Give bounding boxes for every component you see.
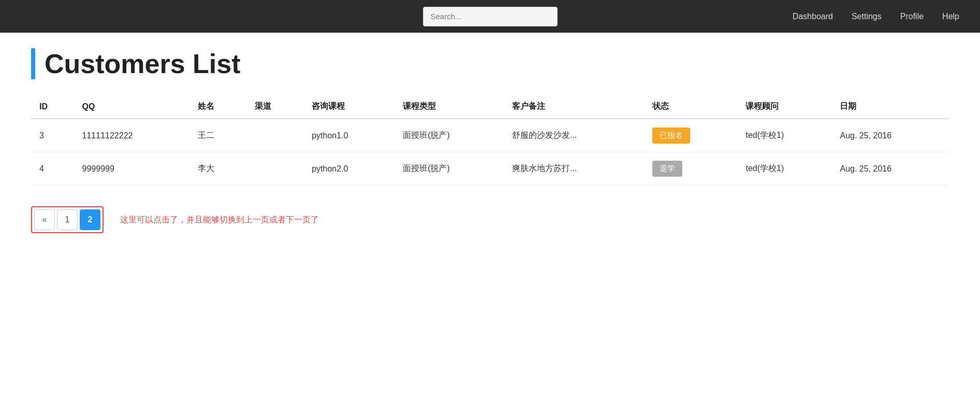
header-row: ID QQ 姓名 渠道 咨询课程 课程类型 客户备注 状态 课程顾问 日期 [31, 95, 949, 119]
cell-note: 爽肤水地方苏打... [504, 152, 644, 186]
cell-note: 舒服的沙发沙发... [504, 119, 644, 152]
cell-status: 已报名 [644, 119, 738, 152]
cell-id: 3 [31, 119, 74, 152]
cell-qq: 11111122222 [74, 119, 189, 152]
col-note: 客户备注 [504, 95, 644, 119]
search-input[interactable] [423, 7, 558, 26]
col-qq: QQ [74, 95, 189, 119]
page-title: Customers List [45, 48, 241, 79]
prev-page-button[interactable]: « [34, 209, 55, 230]
table-header: ID QQ 姓名 渠道 咨询课程 课程类型 客户备注 状态 课程顾问 日期 [31, 95, 949, 119]
col-course: 咨询课程 [303, 95, 394, 119]
title-accent [31, 48, 35, 79]
table-row: 311111122222王二python1.0面授班(脱产)舒服的沙发沙发...… [31, 119, 949, 152]
cell-channel [246, 152, 303, 186]
status-badge: 已报名 [652, 127, 690, 144]
cell-course-type: 面授班(脱产) [394, 152, 504, 186]
pagination-wrapper: « 1 2 这里可以点击了，并且能够切换到上一页或者下一页了 [31, 206, 949, 233]
cell-qq: 9999999 [74, 152, 189, 186]
col-name: 姓名 [189, 95, 246, 119]
col-status: 状态 [644, 95, 738, 119]
cell-course: python2.0 [303, 152, 394, 186]
cell-name: 李大 [189, 152, 246, 186]
nav-dashboard[interactable]: Dashboard [793, 12, 833, 21]
pagination-note: 这里可以点击了，并且能够切换到上一页或者下一页了 [120, 215, 319, 225]
cell-name: 王二 [189, 119, 246, 152]
nav-profile[interactable]: Profile [900, 12, 924, 21]
customers-table: ID QQ 姓名 渠道 咨询课程 课程类型 客户备注 状态 课程顾问 日期 31… [31, 95, 949, 186]
nav-help[interactable]: Help [942, 12, 959, 21]
page-1-button[interactable]: 1 [57, 209, 78, 230]
cell-date: Aug. 25, 2016 [831, 152, 949, 186]
cell-advisor: ted(学校1) [737, 152, 831, 186]
col-course-type: 课程类型 [394, 95, 504, 119]
navbar-links: Dashboard Settings Profile Help [793, 12, 959, 21]
col-date: 日期 [831, 95, 949, 119]
page-2-button[interactable]: 2 [80, 209, 100, 230]
cell-course: python1.0 [303, 119, 394, 152]
page-title-bar: Customers List [31, 48, 949, 79]
navbar: Dashboard Settings Profile Help [0, 0, 980, 33]
col-advisor: 课程顾问 [737, 95, 831, 119]
page-content: Customers List ID QQ 姓名 渠道 咨询课程 课程类型 客户备… [0, 33, 980, 249]
cell-date: Aug. 25, 2016 [831, 119, 949, 152]
nav-settings[interactable]: Settings [852, 12, 882, 21]
pagination-highlight: « 1 2 [31, 206, 104, 233]
cell-advisor: ted(学校1) [737, 119, 831, 152]
cell-id: 4 [31, 152, 74, 186]
search-container [423, 7, 558, 26]
cell-channel [246, 119, 303, 152]
table-body: 311111122222王二python1.0面授班(脱产)舒服的沙发沙发...… [31, 119, 949, 186]
table-row: 49999999李大python2.0面授班(脱产)爽肤水地方苏打...退学te… [31, 152, 949, 186]
status-badge: 退学 [652, 161, 682, 177]
cell-status: 退学 [644, 152, 738, 186]
cell-course-type: 面授班(脱产) [394, 119, 504, 152]
col-channel: 渠道 [246, 95, 303, 119]
col-id: ID [31, 95, 74, 119]
